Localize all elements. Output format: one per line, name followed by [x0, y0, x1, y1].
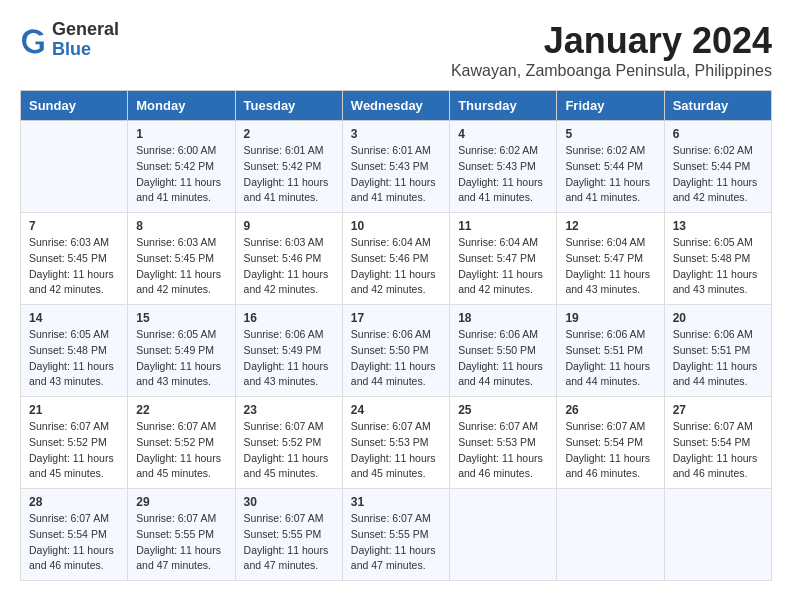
calendar-table: SundayMondayTuesdayWednesdayThursdayFrid…	[20, 90, 772, 581]
day-info: Sunrise: 6:07 AM Sunset: 5:52 PM Dayligh…	[29, 419, 119, 482]
header-day-monday: Monday	[128, 91, 235, 121]
day-number: 3	[351, 127, 441, 141]
day-number: 24	[351, 403, 441, 417]
calendar-cell: 17Sunrise: 6:06 AM Sunset: 5:50 PM Dayli…	[342, 305, 449, 397]
calendar-cell	[557, 489, 664, 581]
logo-icon	[20, 26, 48, 54]
calendar-cell: 7Sunrise: 6:03 AM Sunset: 5:45 PM Daylig…	[21, 213, 128, 305]
day-info: Sunrise: 6:06 AM Sunset: 5:50 PM Dayligh…	[458, 327, 548, 390]
week-row-3: 21Sunrise: 6:07 AM Sunset: 5:52 PM Dayli…	[21, 397, 772, 489]
calendar-cell: 6Sunrise: 6:02 AM Sunset: 5:44 PM Daylig…	[664, 121, 771, 213]
day-info: Sunrise: 6:04 AM Sunset: 5:47 PM Dayligh…	[565, 235, 655, 298]
calendar-cell: 31Sunrise: 6:07 AM Sunset: 5:55 PM Dayli…	[342, 489, 449, 581]
day-info: Sunrise: 6:07 AM Sunset: 5:54 PM Dayligh…	[565, 419, 655, 482]
day-number: 4	[458, 127, 548, 141]
day-number: 28	[29, 495, 119, 509]
day-info: Sunrise: 6:07 AM Sunset: 5:54 PM Dayligh…	[29, 511, 119, 574]
day-number: 8	[136, 219, 226, 233]
day-info: Sunrise: 6:05 AM Sunset: 5:48 PM Dayligh…	[29, 327, 119, 390]
day-info: Sunrise: 6:02 AM Sunset: 5:44 PM Dayligh…	[565, 143, 655, 206]
day-info: Sunrise: 6:01 AM Sunset: 5:43 PM Dayligh…	[351, 143, 441, 206]
day-number: 31	[351, 495, 441, 509]
calendar-cell: 18Sunrise: 6:06 AM Sunset: 5:50 PM Dayli…	[450, 305, 557, 397]
calendar-cell: 14Sunrise: 6:05 AM Sunset: 5:48 PM Dayli…	[21, 305, 128, 397]
day-number: 5	[565, 127, 655, 141]
day-info: Sunrise: 6:07 AM Sunset: 5:52 PM Dayligh…	[136, 419, 226, 482]
month-title: January 2024	[451, 20, 772, 62]
week-row-2: 14Sunrise: 6:05 AM Sunset: 5:48 PM Dayli…	[21, 305, 772, 397]
day-number: 1	[136, 127, 226, 141]
title-block: January 2024 Kawayan, Zamboanga Peninsul…	[451, 20, 772, 80]
calendar-cell: 15Sunrise: 6:05 AM Sunset: 5:49 PM Dayli…	[128, 305, 235, 397]
day-info: Sunrise: 6:05 AM Sunset: 5:49 PM Dayligh…	[136, 327, 226, 390]
calendar-cell	[664, 489, 771, 581]
header-row: SundayMondayTuesdayWednesdayThursdayFrid…	[21, 91, 772, 121]
day-number: 23	[244, 403, 334, 417]
day-number: 13	[673, 219, 763, 233]
header-day-wednesday: Wednesday	[342, 91, 449, 121]
logo: General Blue	[20, 20, 119, 60]
day-number: 9	[244, 219, 334, 233]
day-number: 17	[351, 311, 441, 325]
logo-blue-text: Blue	[52, 40, 119, 60]
calendar-cell: 11Sunrise: 6:04 AM Sunset: 5:47 PM Dayli…	[450, 213, 557, 305]
week-row-0: 1Sunrise: 6:00 AM Sunset: 5:42 PM Daylig…	[21, 121, 772, 213]
calendar-cell: 4Sunrise: 6:02 AM Sunset: 5:43 PM Daylig…	[450, 121, 557, 213]
logo-general-text: General	[52, 20, 119, 40]
day-info: Sunrise: 6:06 AM Sunset: 5:51 PM Dayligh…	[565, 327, 655, 390]
calendar-cell: 24Sunrise: 6:07 AM Sunset: 5:53 PM Dayli…	[342, 397, 449, 489]
day-number: 26	[565, 403, 655, 417]
day-number: 20	[673, 311, 763, 325]
day-number: 14	[29, 311, 119, 325]
calendar-cell: 21Sunrise: 6:07 AM Sunset: 5:52 PM Dayli…	[21, 397, 128, 489]
header-day-thursday: Thursday	[450, 91, 557, 121]
day-info: Sunrise: 6:07 AM Sunset: 5:55 PM Dayligh…	[136, 511, 226, 574]
calendar-cell: 30Sunrise: 6:07 AM Sunset: 5:55 PM Dayli…	[235, 489, 342, 581]
day-number: 27	[673, 403, 763, 417]
week-row-4: 28Sunrise: 6:07 AM Sunset: 5:54 PM Dayli…	[21, 489, 772, 581]
calendar-cell: 29Sunrise: 6:07 AM Sunset: 5:55 PM Dayli…	[128, 489, 235, 581]
day-number: 22	[136, 403, 226, 417]
calendar-cell: 16Sunrise: 6:06 AM Sunset: 5:49 PM Dayli…	[235, 305, 342, 397]
calendar-cell: 26Sunrise: 6:07 AM Sunset: 5:54 PM Dayli…	[557, 397, 664, 489]
day-number: 11	[458, 219, 548, 233]
header-day-saturday: Saturday	[664, 91, 771, 121]
day-info: Sunrise: 6:04 AM Sunset: 5:46 PM Dayligh…	[351, 235, 441, 298]
day-info: Sunrise: 6:01 AM Sunset: 5:42 PM Dayligh…	[244, 143, 334, 206]
day-number: 30	[244, 495, 334, 509]
day-number: 7	[29, 219, 119, 233]
header-day-sunday: Sunday	[21, 91, 128, 121]
day-info: Sunrise: 6:07 AM Sunset: 5:54 PM Dayligh…	[673, 419, 763, 482]
day-info: Sunrise: 6:07 AM Sunset: 5:55 PM Dayligh…	[244, 511, 334, 574]
calendar-cell: 28Sunrise: 6:07 AM Sunset: 5:54 PM Dayli…	[21, 489, 128, 581]
calendar-cell	[21, 121, 128, 213]
day-info: Sunrise: 6:04 AM Sunset: 5:47 PM Dayligh…	[458, 235, 548, 298]
page-header: General Blue January 2024 Kawayan, Zambo…	[20, 20, 772, 80]
calendar-header: SundayMondayTuesdayWednesdayThursdayFrid…	[21, 91, 772, 121]
day-info: Sunrise: 6:06 AM Sunset: 5:50 PM Dayligh…	[351, 327, 441, 390]
day-info: Sunrise: 6:02 AM Sunset: 5:43 PM Dayligh…	[458, 143, 548, 206]
calendar-cell: 22Sunrise: 6:07 AM Sunset: 5:52 PM Dayli…	[128, 397, 235, 489]
calendar-cell: 12Sunrise: 6:04 AM Sunset: 5:47 PM Dayli…	[557, 213, 664, 305]
day-number: 25	[458, 403, 548, 417]
day-number: 16	[244, 311, 334, 325]
calendar-cell: 23Sunrise: 6:07 AM Sunset: 5:52 PM Dayli…	[235, 397, 342, 489]
day-info: Sunrise: 6:02 AM Sunset: 5:44 PM Dayligh…	[673, 143, 763, 206]
day-info: Sunrise: 6:06 AM Sunset: 5:49 PM Dayligh…	[244, 327, 334, 390]
day-number: 21	[29, 403, 119, 417]
day-info: Sunrise: 6:00 AM Sunset: 5:42 PM Dayligh…	[136, 143, 226, 206]
day-info: Sunrise: 6:07 AM Sunset: 5:52 PM Dayligh…	[244, 419, 334, 482]
calendar-cell	[450, 489, 557, 581]
calendar-body: 1Sunrise: 6:00 AM Sunset: 5:42 PM Daylig…	[21, 121, 772, 581]
header-day-friday: Friday	[557, 91, 664, 121]
day-info: Sunrise: 6:07 AM Sunset: 5:53 PM Dayligh…	[458, 419, 548, 482]
day-info: Sunrise: 6:03 AM Sunset: 5:46 PM Dayligh…	[244, 235, 334, 298]
day-info: Sunrise: 6:03 AM Sunset: 5:45 PM Dayligh…	[136, 235, 226, 298]
day-info: Sunrise: 6:07 AM Sunset: 5:53 PM Dayligh…	[351, 419, 441, 482]
day-number: 6	[673, 127, 763, 141]
logo-text: General Blue	[52, 20, 119, 60]
calendar-cell: 19Sunrise: 6:06 AM Sunset: 5:51 PM Dayli…	[557, 305, 664, 397]
calendar-cell: 8Sunrise: 6:03 AM Sunset: 5:45 PM Daylig…	[128, 213, 235, 305]
day-number: 19	[565, 311, 655, 325]
day-info: Sunrise: 6:05 AM Sunset: 5:48 PM Dayligh…	[673, 235, 763, 298]
